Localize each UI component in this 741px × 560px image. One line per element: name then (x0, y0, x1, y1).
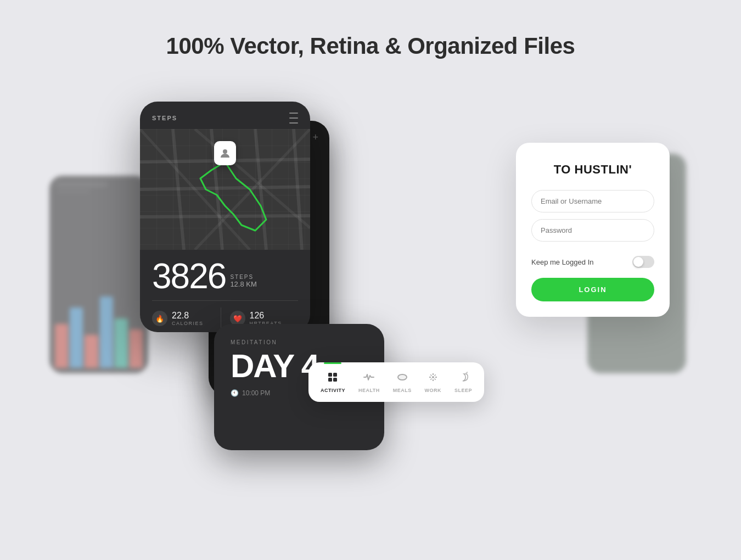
tab-meals-label: MEALS (393, 388, 412, 393)
tab-work-label: WORK (425, 388, 442, 393)
map-area (140, 129, 310, 250)
sleep-icon: z z (457, 371, 469, 386)
meditation-time: 10:00 PM (242, 389, 270, 397)
svg-line-5 (140, 187, 310, 189)
steps-card-title: STEPS (152, 115, 177, 121)
remember-label: Keep me Logged In (531, 258, 593, 266)
health-icon (363, 371, 375, 386)
svg-point-12 (223, 149, 227, 154)
svg-rect-13 (328, 373, 332, 377)
tab-health[interactable]: HEALTH (353, 367, 385, 397)
calories-label: CALORIES (172, 321, 204, 326)
svg-rect-15 (328, 378, 332, 382)
svg-line-24 (430, 374, 431, 376)
heartbeats-value: 126 (250, 311, 282, 321)
svg-point-18 (398, 374, 407, 380)
svg-rect-14 (333, 373, 337, 377)
login-button[interactable]: LOGIN (531, 278, 654, 301)
login-card: TO HUSTLIN' Keep me Logged In LOGIN (516, 143, 670, 317)
user-pin (214, 141, 236, 165)
svg-line-25 (434, 379, 435, 380)
steps-menu[interactable] (289, 111, 298, 125)
svg-line-3 (294, 129, 302, 250)
toggle-knob (633, 257, 643, 267)
tab-bar: ACTIVITY HEALTH MEALS (308, 362, 484, 402)
svg-line-26 (434, 374, 435, 376)
steps-unit-label: STEPS (230, 274, 256, 280)
remember-row: Keep me Logged In (531, 256, 654, 268)
steps-km: 12.8 KM (230, 280, 256, 288)
steps-card: STEPS (140, 102, 310, 332)
tab-work[interactable]: WORK (419, 367, 447, 397)
work-icon (427, 371, 439, 386)
remember-toggle[interactable] (632, 256, 654, 268)
password-field[interactable] (531, 219, 654, 242)
meditation-day: DAY 4 (231, 350, 318, 383)
tab-meals[interactable]: MEALS (388, 367, 417, 397)
email-field[interactable] (531, 190, 654, 212)
svg-text:z: z (467, 371, 468, 374)
login-title: TO HUSTLIN' (531, 163, 654, 177)
tab-sleep-label: SLEEP (454, 388, 472, 393)
svg-point-19 (432, 376, 434, 378)
fire-icon: 🔥 (152, 311, 167, 326)
activity-icon (327, 371, 339, 386)
plus-icon: + (312, 132, 318, 144)
page-title: 100% Vector, Retina & Organized Files (0, 0, 741, 59)
bg-card-left (49, 176, 148, 373)
calories-value: 22.8 (172, 311, 204, 321)
svg-line-8 (195, 129, 310, 228)
svg-line-27 (430, 379, 431, 380)
calories-metric: 🔥 22.8 CALORIES (152, 311, 221, 326)
meals-icon (396, 371, 408, 386)
svg-rect-16 (333, 378, 337, 382)
tab-activity-label: ACTIVITY (321, 388, 345, 393)
steps-count: 3826 (152, 259, 226, 294)
tab-health-label: HEALTH (358, 388, 380, 393)
tab-sleep[interactable]: z z SLEEP (449, 367, 478, 397)
meditation-label: MEDITATION (231, 339, 318, 345)
clock-icon: 🕙 (231, 389, 239, 397)
tab-activity[interactable]: ACTIVITY (315, 367, 351, 397)
